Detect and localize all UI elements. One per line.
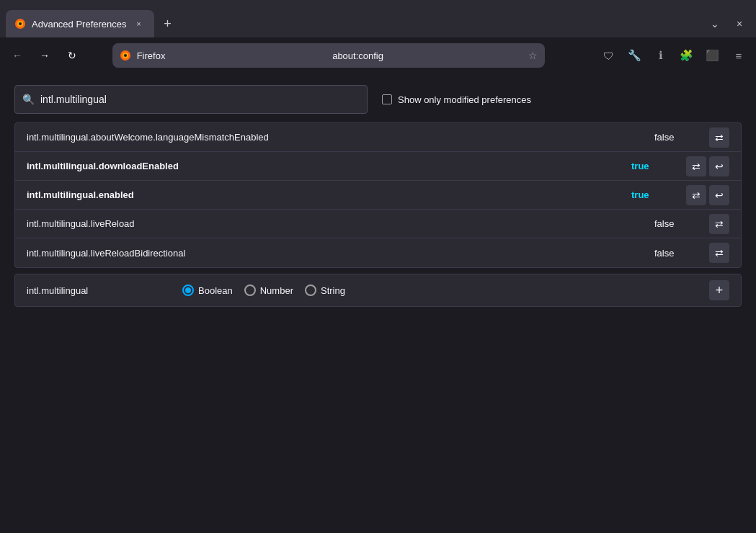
- url-text: about:config: [332, 50, 522, 61]
- extensions-button[interactable]: 🧩: [675, 44, 698, 67]
- pref-actions-4: ⇄: [709, 243, 729, 263]
- add-preference-table: intl.multilingual Boolean Number String …: [14, 274, 742, 307]
- table-row: intl.multilingual.downloadEnabled true ⇄…: [15, 152, 741, 181]
- radio-number-label: Number: [260, 285, 293, 296]
- new-tab-button[interactable]: +: [157, 13, 179, 35]
- show-modified-wrap: Show only modified preferences: [382, 94, 531, 105]
- reload-button[interactable]: ↻: [61, 44, 84, 67]
- new-pref-name: intl.multilingual: [27, 285, 171, 296]
- radio-string[interactable]: String: [305, 285, 345, 296]
- tab-close-button[interactable]: ×: [133, 17, 146, 30]
- pref-value-4: false: [654, 248, 698, 259]
- tab-title: Advanced Preferences: [32, 19, 127, 30]
- pref-value-1: true: [631, 161, 675, 171]
- back-button[interactable]: ←: [6, 44, 29, 67]
- pref-actions-0: ⇄: [709, 127, 729, 148]
- pref-name-3: intl.multilingual.liveReload: [27, 218, 643, 229]
- browser-label: Firefox: [137, 50, 327, 61]
- table-row: intl.multilingual.enabled true ⇄ ↩: [15, 181, 741, 210]
- nav-right-icons: 🛡 🔧 ℹ 🧩 ⬛ ≡: [597, 44, 750, 67]
- content-area: 🔍 intl.multilingual Show only modified p…: [0, 73, 756, 318]
- address-bar[interactable]: Firefox about:config ☆: [112, 43, 545, 68]
- radio-number-circle: [244, 285, 256, 296]
- title-bar-actions: ⌄ ×: [704, 13, 750, 35]
- pref-name-2: intl.multilingual.enabled: [27, 189, 620, 200]
- dropdown-button[interactable]: ⌄: [704, 13, 726, 35]
- pref-name-4: intl.multilingual.liveReloadBidirectiona…: [27, 248, 643, 259]
- title-bar: Advanced Preferences × + ⌄ ×: [0, 0, 756, 37]
- info-button[interactable]: ℹ: [649, 44, 672, 67]
- pref-actions-3: ⇄: [709, 214, 729, 234]
- radio-string-circle: [305, 285, 316, 296]
- shield-button[interactable]: 🛡: [597, 44, 621, 67]
- search-row: 🔍 intl.multilingual Show only modified p…: [14, 85, 742, 114]
- pref-value-2: true: [631, 189, 675, 200]
- window-close-button[interactable]: ×: [729, 13, 750, 35]
- pref-actions-1: ⇄ ↩: [686, 156, 729, 176]
- toggle-button-2[interactable]: ⇄: [686, 185, 706, 205]
- pref-name-1: intl.multilingual.downloadEnabled: [27, 161, 620, 171]
- tools-button[interactable]: 🔧: [623, 44, 646, 67]
- pref-name-0: intl.multilingual.aboutWelcome.languageM…: [27, 132, 643, 143]
- radio-boolean-circle: [182, 285, 194, 296]
- add-preference-button[interactable]: +: [709, 280, 729, 300]
- show-modified-checkbox[interactable]: [382, 94, 392, 104]
- search-icon: 🔍: [22, 94, 35, 105]
- show-modified-label: Show only modified preferences: [398, 94, 531, 105]
- preferences-table: intl.multilingual.aboutWelcome.languageM…: [14, 122, 742, 268]
- toggle-button-1[interactable]: ⇄: [686, 156, 706, 176]
- pref-value-3: false: [654, 218, 698, 229]
- svg-point-5: [124, 54, 127, 57]
- toggle-button-3[interactable]: ⇄: [709, 214, 729, 234]
- radio-group: Boolean Number String: [182, 285, 345, 296]
- radio-number[interactable]: Number: [244, 285, 293, 296]
- radio-boolean-label: Boolean: [198, 285, 233, 296]
- radio-string-label: String: [321, 285, 345, 296]
- menu-button[interactable]: ≡: [727, 44, 750, 67]
- radio-boolean[interactable]: Boolean: [182, 285, 233, 296]
- bookmark-button[interactable]: ☆: [528, 50, 538, 61]
- addons-button[interactable]: ⬛: [701, 44, 724, 67]
- toggle-button-4[interactable]: ⇄: [709, 243, 729, 263]
- pref-value-0: false: [654, 132, 698, 143]
- forward-button[interactable]: →: [33, 44, 56, 67]
- add-preference-row: intl.multilingual Boolean Number String …: [15, 274, 741, 306]
- table-row: intl.multilingual.liveReloadBidirectiona…: [15, 238, 741, 267]
- table-row: intl.multilingual.liveReload false ⇄: [15, 210, 741, 238]
- pref-actions-2: ⇄ ↩: [686, 185, 729, 205]
- svg-point-2: [19, 22, 22, 25]
- nav-bar: ← → ↻ Firefox about:config ☆ 🛡 🔧 ℹ 🧩 ⬛ ≡: [0, 37, 756, 73]
- reset-button-2[interactable]: ↩: [709, 185, 729, 205]
- reset-button-1[interactable]: ↩: [709, 156, 729, 176]
- table-row: intl.multilingual.aboutWelcome.languageM…: [15, 123, 741, 152]
- toggle-button-0[interactable]: ⇄: [709, 127, 729, 148]
- search-input[interactable]: intl.multilingual: [40, 94, 360, 105]
- firefox-icon: [120, 50, 131, 61]
- search-bar[interactable]: 🔍 intl.multilingual: [14, 85, 368, 114]
- tab-favicon: [14, 18, 26, 30]
- active-tab[interactable]: Advanced Preferences ×: [6, 10, 154, 37]
